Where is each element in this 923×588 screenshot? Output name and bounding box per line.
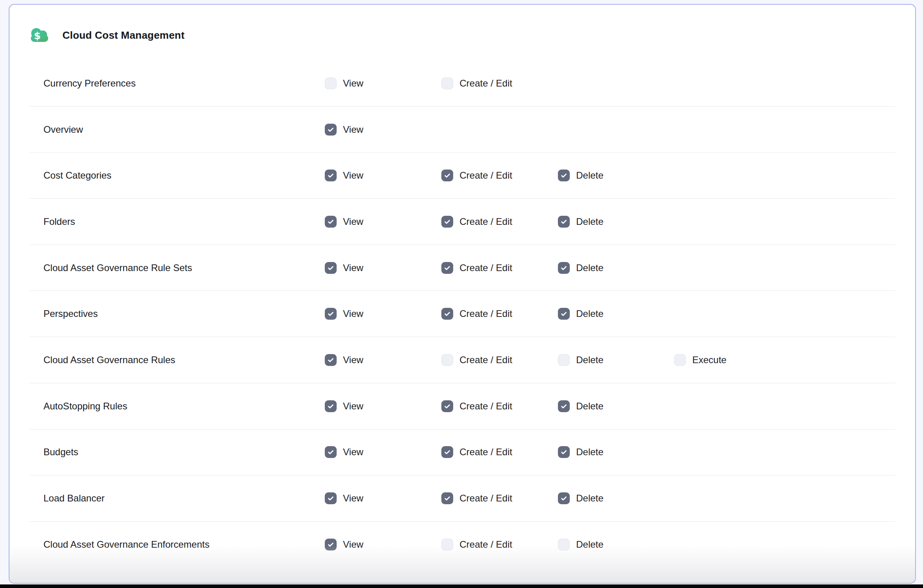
view-checkbox[interactable] <box>325 124 337 136</box>
view-checkbox[interactable] <box>325 400 337 412</box>
permission-row: Load BalancerViewCreate / EditDelete <box>29 475 895 522</box>
view-checkbox[interactable] <box>325 308 337 320</box>
create-edit-checkbox[interactable] <box>441 216 453 228</box>
permission-cell: Create / Edit <box>441 539 512 550</box>
permission-row: Currency PreferencesViewCreate / Edit <box>29 60 895 107</box>
permission-label: View <box>343 216 364 227</box>
create-edit-checkbox[interactable] <box>441 492 453 504</box>
view-checkbox[interactable] <box>325 170 337 181</box>
permission-cell: Delete <box>558 170 603 181</box>
permission-cell: View <box>325 492 364 504</box>
check-icon <box>327 541 335 548</box>
create-edit-checkbox[interactable] <box>441 539 453 550</box>
permission-cell: Delete <box>558 354 603 366</box>
permission-label: Delete <box>576 539 603 550</box>
view-checkbox[interactable] <box>325 354 337 366</box>
permission-label: View <box>343 354 364 366</box>
permission-cell: Delete <box>558 492 603 504</box>
create-edit-checkbox[interactable] <box>441 446 453 458</box>
check-icon <box>327 218 335 226</box>
permission-row: Cloud Asset Governance RulesViewCreate /… <box>29 337 895 383</box>
check-icon <box>443 402 451 410</box>
permission-cell: View <box>325 77 364 89</box>
check-icon <box>443 494 451 502</box>
permission-cell: Delete <box>558 400 603 412</box>
permission-label: View <box>343 539 364 550</box>
create-edit-checkbox[interactable] <box>441 308 453 320</box>
view-checkbox[interactable] <box>325 216 337 228</box>
permission-label: View <box>343 447 364 458</box>
svg-text:$: $ <box>34 30 41 41</box>
check-icon <box>327 356 335 364</box>
permission-row: Cloud Asset Governance EnforcementsViewC… <box>29 522 895 568</box>
check-icon <box>327 126 335 134</box>
permission-row: Cloud Asset Governance Rule SetsViewCrea… <box>29 245 895 291</box>
delete-checkbox[interactable] <box>558 354 570 366</box>
check-icon <box>443 448 451 456</box>
permission-row: BudgetsViewCreate / EditDelete <box>29 430 895 476</box>
delete-checkbox[interactable] <box>558 308 570 320</box>
permission-label: Delete <box>576 401 603 412</box>
permission-label: View <box>343 262 364 273</box>
permission-row: Cost CategoriesViewCreate / EditDelete <box>29 153 895 199</box>
delete-checkbox[interactable] <box>558 170 570 181</box>
delete-checkbox[interactable] <box>558 492 570 504</box>
permission-label: View <box>343 401 364 412</box>
execute-checkbox[interactable] <box>674 354 686 366</box>
check-icon <box>560 218 568 226</box>
resource-label: Currency Preferences <box>43 78 136 89</box>
create-edit-checkbox[interactable] <box>441 77 453 89</box>
permission-label: Create / Edit <box>460 262 512 273</box>
delete-checkbox[interactable] <box>558 539 570 550</box>
permission-label: Create / Edit <box>460 78 512 89</box>
create-edit-checkbox[interactable] <box>441 354 453 366</box>
permission-label: Create / Edit <box>460 401 512 412</box>
permission-cell: View <box>325 539 364 550</box>
permissions-card: $ Cloud Cost Management Currency Prefere… <box>9 4 916 584</box>
permission-cell: Create / Edit <box>441 354 512 366</box>
view-checkbox[interactable] <box>325 77 337 89</box>
permission-label: Create / Edit <box>460 539 512 550</box>
permission-label: View <box>343 308 364 319</box>
check-icon <box>443 310 451 318</box>
permission-cell: Create / Edit <box>441 400 512 412</box>
view-checkbox[interactable] <box>325 262 337 274</box>
permission-label: Create / Edit <box>460 308 512 319</box>
create-edit-checkbox[interactable] <box>441 170 453 181</box>
delete-checkbox[interactable] <box>558 216 570 228</box>
resource-label: AutoStopping Rules <box>43 401 127 412</box>
permission-cell: View <box>325 262 364 274</box>
resource-label: Load Balancer <box>43 493 105 504</box>
view-checkbox[interactable] <box>325 539 337 550</box>
create-edit-checkbox[interactable] <box>441 400 453 412</box>
permission-label: Execute <box>692 354 727 366</box>
permission-cell: View <box>325 308 364 320</box>
check-icon <box>560 310 568 318</box>
permission-row: OverviewView <box>29 107 895 153</box>
check-icon <box>560 448 568 456</box>
permissions-list: Currency PreferencesViewCreate / EditOve… <box>29 60 895 568</box>
view-checkbox[interactable] <box>325 446 337 458</box>
delete-checkbox[interactable] <box>558 262 570 274</box>
permission-cell: View <box>325 124 364 136</box>
permission-label: Create / Edit <box>460 493 512 504</box>
card-header: $ Cloud Cost Management <box>30 27 915 43</box>
permission-cell: Create / Edit <box>441 170 512 181</box>
permission-cell: Delete <box>558 216 603 228</box>
check-icon <box>327 448 335 456</box>
permission-cell: View <box>325 216 364 228</box>
permission-cell: Delete <box>558 539 603 550</box>
check-icon <box>560 264 568 272</box>
permission-cell: View <box>325 354 364 366</box>
delete-checkbox[interactable] <box>558 446 570 458</box>
delete-checkbox[interactable] <box>558 400 570 412</box>
resource-label: Overview <box>43 124 83 135</box>
create-edit-checkbox[interactable] <box>441 262 453 274</box>
permission-label: Delete <box>576 354 603 366</box>
check-icon <box>327 264 335 272</box>
check-icon <box>560 494 568 502</box>
view-checkbox[interactable] <box>325 492 337 504</box>
resource-label: Budgets <box>43 447 78 458</box>
check-icon <box>327 310 335 318</box>
resource-label: Cloud Asset Governance Enforcements <box>43 539 209 550</box>
